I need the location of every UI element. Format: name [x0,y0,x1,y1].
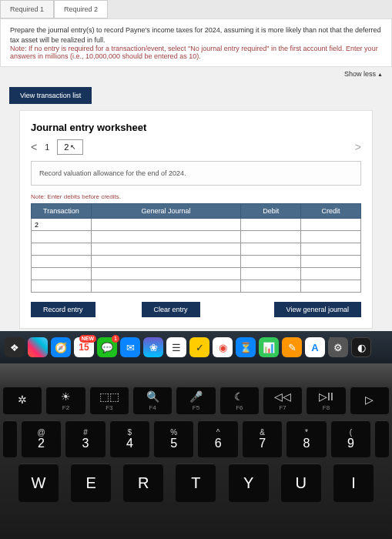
cell-account[interactable] [91,219,241,231]
cell-debit[interactable] [241,256,301,268]
cell-account[interactable] [91,280,241,293]
cell-credit[interactable] [301,231,361,243]
function-key: 🎤F5 [176,387,215,414]
dock-messages-icon[interactable]: 💬 [97,337,117,357]
cursor-icon: ↖ [70,143,76,151]
record-entry-button[interactable]: Record entry [31,302,95,317]
function-key: ☾F6 [220,387,259,414]
macos-dock: ❖ 🧭 15 💬 ✉ ❀ ☰ ✓ ◉ ⏳ 📊 ✎ A ⚙ ◐ [0,331,392,363]
dock-notes-icon[interactable]: ☰ [166,337,186,357]
cell-account[interactable] [91,243,241,256]
laptop-keyboard: ✲☀F2⬚⬚F3🔍F4🎤F5☾F6◁◁F7▷IIF8▷ @2#3$4%5^6&7… [0,363,392,539]
transaction-description: Record valuation allowance for the end o… [31,161,361,186]
dock-calendar-icon[interactable]: 15 [74,337,94,357]
function-key: ⬚⬚F3 [90,387,129,414]
function-key: ◁◁F7 [263,387,302,414]
prev-entry-arrow[interactable]: < [31,141,37,153]
number-key: @2 [22,420,61,457]
dock-safari-icon[interactable]: 🧭 [51,337,71,357]
debits-note: Note: Enter debits before credits. [31,193,361,200]
view-transaction-list-button[interactable]: View transaction list [9,87,92,104]
letter-key: U [281,464,321,502]
cell-credit[interactable] [301,243,361,256]
cell-credit[interactable] [301,268,361,280]
number-key: #3 [65,420,105,457]
number-key: $4 [110,420,149,457]
dock-chrome-icon[interactable]: ◉ [213,337,233,357]
cell-debit[interactable] [241,268,301,280]
number-key: ^6 [198,420,237,457]
dock-terminal-icon[interactable]: ❖ [5,337,25,357]
table-row [32,280,361,293]
function-key: 🔍F4 [133,387,172,414]
requirement-tabs: Required 1 Required 2 [0,0,392,18]
cell-debit[interactable] [241,231,301,243]
letter-key: W [18,464,59,502]
dock-pages-icon[interactable]: ✎ [282,337,302,357]
dock-mail-icon[interactable]: ✉ [120,337,140,357]
dock-launchpad-icon[interactable] [28,337,48,357]
cell-credit[interactable] [301,280,361,293]
letter-key: T [176,464,216,502]
tab-required-1[interactable]: Required 1 [0,0,54,18]
problem-text: Prepare the journal entry(s) to record P… [10,25,382,45]
cell-account[interactable] [91,256,241,268]
number-key: *8 [286,420,326,457]
clear-entry-button[interactable]: Clear entry [142,302,200,317]
cell-account[interactable] [91,268,241,280]
table-row [32,256,361,268]
journal-table: Transaction General Journal Debit Credit… [31,203,361,293]
col-general-journal: General Journal [91,204,241,219]
view-general-journal-button[interactable]: View general journal [274,302,361,317]
letter-key: R [123,464,163,502]
cell-debit[interactable] [241,280,301,293]
cell-credit[interactable] [301,219,361,231]
function-key: ▷IIF8 [307,387,345,414]
cell-transaction: 2 [32,219,92,231]
function-key: ✲ [3,387,42,414]
journal-entry-worksheet: Journal entry worksheet < 1 2↖ > Record … [19,110,373,329]
dock-numbers-icon[interactable]: 📊 [259,337,279,357]
dock-settings-icon[interactable]: ⚙ [328,337,348,357]
col-credit: Credit [301,204,361,219]
tab-required-2[interactable]: Required 2 [54,0,108,18]
entry-number-2-active[interactable]: 2↖ [57,139,83,155]
dock-screentime-icon[interactable]: ⏳ [236,337,256,357]
letter-key: E [71,464,111,502]
dock-photos-icon[interactable]: ❀ [143,337,163,357]
entry-number-1[interactable]: 1 [45,142,49,152]
cell-debit[interactable] [241,243,301,256]
cell-credit[interactable] [301,256,361,268]
table-row: 2 [32,219,361,231]
number-key: (9 [331,420,370,457]
worksheet-title: Journal entry worksheet [31,122,361,133]
cell-account[interactable] [91,231,241,243]
table-row [32,268,361,280]
problem-note: Note: If no entry is required for a tran… [10,45,382,60]
next-entry-arrow[interactable]: > [355,141,361,153]
col-transaction: Transaction [32,204,92,219]
col-debit: Debit [241,204,301,219]
table-row [32,231,361,243]
number-key: %5 [154,420,193,457]
letter-key: I [333,464,374,502]
dock-appstore-icon[interactable]: A [305,337,325,357]
dock-reminders-icon[interactable]: ✓ [189,337,209,357]
show-less-toggle[interactable]: Show less [0,67,392,81]
number-key: &7 [243,420,282,457]
letter-key: Y [229,464,269,502]
table-row [32,243,361,256]
function-key: ☀F2 [46,387,85,414]
cell-debit[interactable] [241,219,301,231]
function-key: ▷ [350,387,389,414]
problem-statement: Prepare the journal entry(s) to record P… [0,18,392,67]
dock-app-icon[interactable]: ◐ [351,337,371,357]
